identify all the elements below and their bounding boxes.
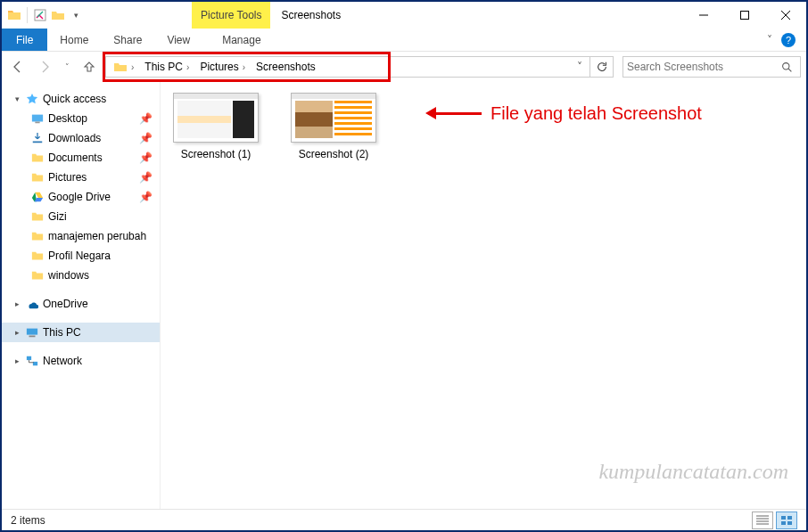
sidebar-onedrive[interactable]: ▸ OneDrive (2, 294, 160, 314)
svg-rect-5 (33, 142, 43, 143)
sidebar-item-pictures[interactable]: Pictures 📌 (2, 168, 160, 187)
file-name-label: Screenshot (1) (171, 148, 260, 160)
pin-icon: 📌 (139, 171, 153, 184)
pin-icon: 📌 (139, 151, 153, 164)
breadcrumb-label: This PC (144, 61, 183, 73)
address-bar[interactable]: › This PC › Pictures › Screenshots ˅ (105, 56, 590, 78)
breadcrumb-this-pc[interactable]: This PC › (139, 57, 194, 77)
qat-newfolder-icon[interactable] (49, 6, 67, 24)
star-icon (25, 92, 39, 106)
sidebar-item-label: OneDrive (43, 298, 88, 310)
breadcrumb-root-icon[interactable]: › (108, 57, 139, 77)
sidebar-this-pc[interactable]: ▸ This PC (2, 323, 160, 342)
svg-rect-11 (787, 516, 792, 520)
tab-manage[interactable]: Manage (210, 29, 273, 51)
onedrive-icon (25, 297, 39, 311)
sidebar-item-label: Gizi (48, 210, 67, 223)
sidebar-item-gizi[interactable]: Gizi (2, 207, 160, 226)
svg-rect-1 (741, 12, 749, 20)
file-thumbnail (173, 93, 259, 143)
view-large-icons-button[interactable] (776, 512, 797, 529)
ribbon-expand-icon[interactable]: ˅ (767, 34, 772, 46)
chevron-right-icon: › (131, 62, 134, 72)
item-count-label: 2 items (11, 514, 45, 527)
nav-forward-button[interactable] (34, 56, 55, 78)
breadcrumb-label: Pictures (200, 61, 238, 73)
chevron-right-icon: › (243, 62, 245, 72)
sidebar-item-documents[interactable]: Documents 📌 (2, 148, 160, 168)
sidebar-item-manajemen[interactable]: manajemen perubah (2, 226, 160, 246)
nav-recent-dropdown[interactable]: ˅ (61, 56, 73, 78)
sidebar-item-label: Downloads (48, 132, 101, 144)
tab-home[interactable]: Home (47, 29, 101, 51)
refresh-button[interactable] (590, 56, 614, 78)
downloads-icon (30, 131, 45, 145)
search-icon[interactable] (778, 61, 796, 73)
expand-icon[interactable]: ▸ (12, 356, 21, 365)
sidebar-item-label: Network (43, 355, 82, 367)
svg-rect-7 (29, 336, 36, 338)
close-button[interactable] (765, 2, 806, 29)
folder-icon (30, 249, 45, 263)
breadcrumb-pictures[interactable]: Pictures › (194, 57, 251, 77)
file-name-label: Screenshot (2) (289, 148, 378, 160)
sidebar-item-label: Google Drive (48, 191, 111, 203)
pin-icon: 📌 (139, 191, 153, 203)
sidebar-quick-access[interactable]: ▾ Quick access (2, 89, 160, 109)
expand-icon[interactable]: ▾ (12, 94, 21, 103)
sidebar-item-desktop[interactable]: Desktop 📌 (2, 109, 160, 128)
svg-point-2 (783, 62, 789, 69)
svg-rect-13 (787, 521, 792, 525)
file-item[interactable]: Screenshot (1) (171, 93, 260, 160)
view-details-button[interactable] (752, 512, 773, 529)
titlebar: ▾ Picture Tools Screenshots (2, 2, 806, 29)
sidebar-item-profil-negara[interactable]: Profil Negara (2, 246, 160, 266)
navigation-bar: ˅ › This PC › Pictures › Screenshots (2, 52, 806, 82)
sidebar-item-label: manajemen perubah (48, 230, 146, 242)
help-icon[interactable]: ? (781, 33, 796, 47)
tab-view[interactable]: View (154, 29, 202, 51)
breadcrumb-screenshots[interactable]: Screenshots (251, 57, 321, 77)
pin-icon: 📌 (139, 132, 153, 144)
expand-icon[interactable]: ▸ (12, 299, 21, 308)
window-controls (683, 2, 806, 29)
folder-icon (30, 209, 45, 224)
minimize-button[interactable] (683, 2, 724, 29)
status-bar: 2 items (2, 509, 806, 530)
app-folder-icon (5, 6, 23, 24)
sidebar-item-windows[interactable]: windows (2, 266, 160, 285)
pin-icon: 📌 (139, 112, 153, 125)
svg-rect-3 (32, 115, 43, 122)
sidebar-item-label: This PC (43, 326, 81, 339)
expand-icon[interactable]: ▸ (12, 328, 21, 337)
qat-properties-icon[interactable] (31, 6, 49, 24)
maximize-button[interactable] (724, 2, 765, 29)
watermark-text: kumpulancatatan.com (598, 460, 788, 484)
search-input[interactable] (627, 61, 778, 73)
sidebar-item-downloads[interactable]: Downloads 📌 (2, 128, 160, 148)
nav-up-button[interactable] (78, 56, 100, 78)
search-box[interactable] (622, 56, 801, 78)
sidebar-item-label: Desktop (48, 112, 87, 125)
tab-share[interactable]: Share (101, 29, 154, 51)
sidebar-item-google-drive[interactable]: Google Drive 📌 (2, 187, 160, 207)
sidebar-network[interactable]: ▸ Network (2, 351, 160, 371)
chevron-right-icon: › (186, 62, 189, 72)
desktop-icon (30, 111, 45, 126)
contextual-tab-label: Picture Tools (201, 10, 261, 20)
explorer-window: ▾ Picture Tools Screenshots File Home Sh… (0, 0, 808, 532)
svg-rect-4 (35, 122, 39, 124)
navigation-pane: ▾ Quick access Desktop 📌 Downloads 📌 (2, 82, 161, 509)
pictures-icon (30, 170, 45, 184)
address-dropdown-icon[interactable]: ˅ (572, 61, 588, 73)
file-item[interactable]: Screenshot (2) (289, 93, 378, 160)
svg-rect-8 (27, 356, 31, 360)
svg-rect-0 (35, 10, 45, 20)
qat-dropdown-icon[interactable]: ▾ (67, 6, 85, 24)
nav-back-button[interactable] (7, 56, 29, 78)
this-pc-icon (25, 325, 39, 340)
file-list-pane[interactable]: Screenshot (1) Screenshot (2) File yang … (161, 82, 806, 509)
tab-file[interactable]: File (2, 29, 47, 51)
network-icon (25, 354, 39, 368)
contextual-tab-header: Picture Tools (192, 2, 270, 29)
